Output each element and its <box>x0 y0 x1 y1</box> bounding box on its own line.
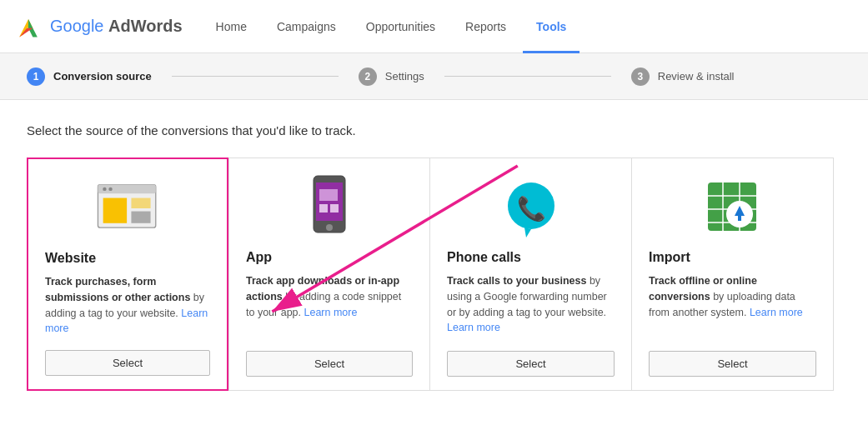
app-select-button[interactable]: Select <box>246 351 413 377</box>
app-card-icon <box>296 178 363 237</box>
phone-card-icon: 📞 <box>498 178 564 237</box>
step-divider-2 <box>444 76 611 77</box>
phone-icon: 📞 <box>501 178 561 238</box>
svg-rect-14 <box>319 189 338 201</box>
nav-tools[interactable]: Tools <box>523 0 580 53</box>
website-select-button[interactable]: Select <box>45 350 210 376</box>
logo: Google AdWords <box>13 12 183 42</box>
import-learn-more[interactable]: Learn more <box>750 307 803 318</box>
logo-icon <box>13 12 43 42</box>
svg-rect-8 <box>103 198 127 223</box>
phone-title: Phone calls <box>447 250 521 265</box>
cards-container: Website Track purchases, form submission… <box>27 158 841 391</box>
step-1-circle: 1 <box>27 68 45 86</box>
step-1: 1 Conversion source <box>27 68 152 86</box>
svg-point-13 <box>326 224 333 231</box>
nav-home[interactable]: Home <box>203 0 260 53</box>
phone-desc: Track calls to your business by using a … <box>447 273 615 338</box>
svg-marker-19 <box>524 228 531 238</box>
svg-rect-5 <box>98 185 155 194</box>
import-select-button[interactable]: Select <box>649 351 816 377</box>
header: Google AdWords Home Campaigns Opportunit… <box>0 0 868 53</box>
svg-rect-15 <box>319 204 328 212</box>
import-title: Import <box>649 250 690 265</box>
svg-rect-28 <box>738 216 741 221</box>
website-card-icon <box>94 179 161 238</box>
phone-desc-bold: Track calls to your business <box>447 275 586 287</box>
step-3-circle: 3 <box>631 68 650 86</box>
step-3-label: Review & install <box>658 70 735 82</box>
svg-rect-10 <box>131 212 150 223</box>
app-learn-more[interactable]: Learn more <box>304 307 358 318</box>
website-title: Website <box>45 251 96 266</box>
import-card-icon <box>700 178 766 237</box>
website-desc-bold: Track purchases, form submissions or oth… <box>45 276 190 303</box>
cards-row: Website Track purchases, form submission… <box>27 158 841 391</box>
step-3: 3 Review & install <box>631 68 735 86</box>
steps-bar: 1 Conversion source 2 Settings 3 Review … <box>0 53 868 100</box>
main-content: Select the source of the conversions tha… <box>0 100 868 414</box>
app-title: App <box>246 250 272 265</box>
nav-campaigns[interactable]: Campaigns <box>263 0 349 53</box>
logo-text: Google AdWords <box>50 17 183 36</box>
svg-rect-9 <box>131 198 150 208</box>
phone-select-button[interactable]: Select <box>447 351 615 377</box>
svg-text:📞: 📞 <box>516 195 545 222</box>
step-2-circle: 2 <box>359 68 377 86</box>
website-desc: Track purchases, form submissions or oth… <box>45 274 210 337</box>
website-icon <box>94 180 161 237</box>
card-import: Import Track offline or online conversio… <box>632 158 834 391</box>
card-app: App Track app downloads or in-app action… <box>228 158 430 391</box>
nav: Home Campaigns Opportunities Reports Too… <box>203 0 580 52</box>
svg-rect-12 <box>316 182 343 221</box>
svg-point-6 <box>103 188 106 191</box>
step-2-label: Settings <box>385 70 424 82</box>
phone-learn-more[interactable]: Learn more <box>447 322 500 333</box>
import-icon <box>703 178 763 238</box>
app-desc: Track app downloads or in-app actions by… <box>246 273 413 338</box>
instruction-text: Select the source of the conversions tha… <box>27 123 841 138</box>
card-website: Website Track purchases, form submission… <box>27 158 228 391</box>
card-phone-calls: 📞 Phone calls Track calls to your busine… <box>430 158 632 391</box>
step-1-label: Conversion source <box>53 70 152 82</box>
step-divider-1 <box>172 76 339 77</box>
import-desc: Track offline or online conversions by u… <box>649 273 816 338</box>
nav-opportunities[interactable]: Opportunities <box>353 0 449 53</box>
app-icon <box>307 174 353 241</box>
svg-point-7 <box>108 188 112 191</box>
step-2: 2 Settings <box>359 68 424 86</box>
nav-reports[interactable]: Reports <box>452 0 519 53</box>
svg-rect-16 <box>330 204 339 212</box>
